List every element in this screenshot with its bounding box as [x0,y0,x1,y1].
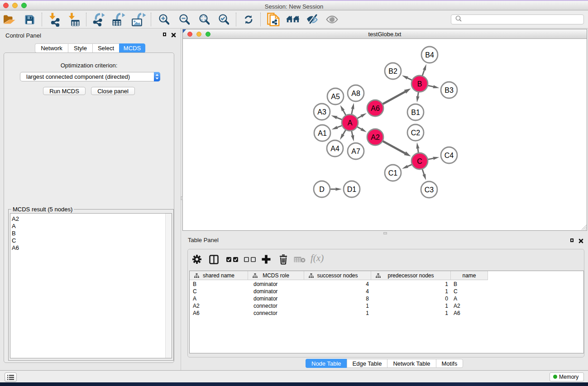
svg-text:A3: A3 [317,108,326,116]
svg-text:D: D [319,186,325,193]
svg-text:A7: A7 [351,148,360,155]
svg-text:A: A [348,119,353,127]
svg-text:A6: A6 [371,105,380,112]
svg-text:B1: B1 [411,109,420,116]
svg-text:B3: B3 [445,86,454,94]
svg-text:C2: C2 [411,129,421,137]
svg-text:C4: C4 [445,152,454,159]
svg-text:A8: A8 [351,90,360,97]
svg-text:A1: A1 [318,129,327,137]
svg-text:C: C [417,157,422,165]
svg-text:B4: B4 [425,51,434,59]
svg-text:B2: B2 [388,67,397,75]
svg-text:C1: C1 [388,169,398,177]
svg-text:A4: A4 [330,145,339,152]
svg-text:B: B [417,80,422,88]
svg-text:D1: D1 [347,186,357,193]
svg-text:A5: A5 [331,93,340,100]
svg-text:C3: C3 [425,186,434,194]
svg-text:A2: A2 [371,133,380,141]
